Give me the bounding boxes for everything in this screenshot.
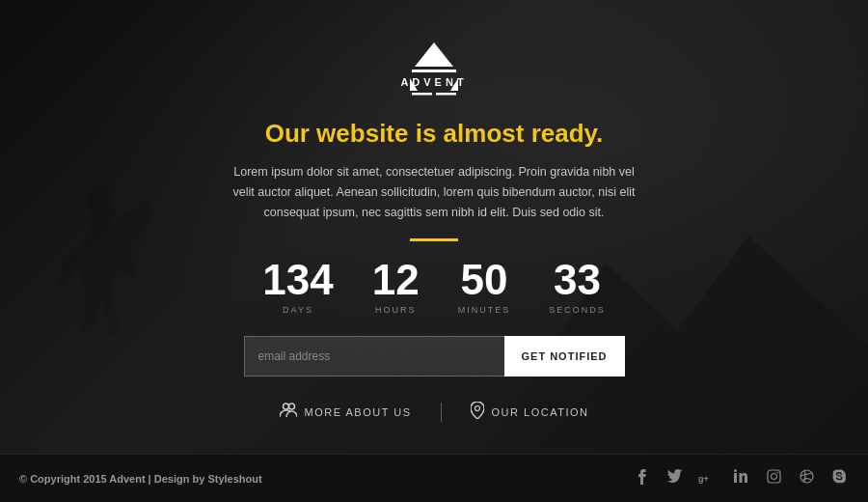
location-label: OUR LOCATION: [492, 406, 589, 418]
svg-rect-10: [734, 473, 737, 483]
email-input[interactable]: [244, 336, 504, 376]
footer: © Copyright 2015 Advent | Design by Styl…: [0, 454, 868, 502]
hours-label: HOURS: [375, 305, 417, 315]
email-form: GET NOTIFIED: [244, 336, 625, 376]
svg-point-8: [288, 404, 294, 409]
logo-svg: ADVENT: [400, 38, 468, 105]
days-number: 134: [262, 259, 333, 301]
description: Lorem ipsum dolor sit amet, consectetuer…: [227, 162, 641, 224]
svg-point-13: [771, 474, 776, 480]
about-us-label: MORE ABOUT US: [305, 406, 412, 418]
main-heading: Our website is almost ready.: [265, 119, 604, 149]
svg-point-7: [283, 404, 288, 409]
svg-rect-1: [412, 70, 456, 72]
countdown-hours: 12 HOURS: [372, 259, 420, 315]
footer-copyright: © Copyright 2015 Advent | Design by Styl…: [19, 473, 262, 485]
countdown-days: 134 DAYS: [262, 259, 333, 315]
notify-button[interactable]: GET NOTIFIED: [504, 336, 625, 376]
countdown-minutes: 50 MINUTES: [458, 259, 511, 315]
countdown: 134 DAYS 12 HOURS 50 MINUTES 33 SECONDS: [262, 259, 605, 315]
about-icon: [280, 403, 297, 421]
facebook-icon[interactable]: [633, 469, 652, 488]
svg-point-11: [734, 469, 737, 472]
links-row: MORE ABOUT US OUR LOCATION: [251, 398, 618, 426]
footer-social: g+: [633, 469, 849, 488]
main-wrapper: ADVENT Our website is almost ready. Lore…: [0, 0, 868, 454]
seconds-number: 33: [554, 259, 601, 301]
svg-point-14: [776, 472, 778, 474]
logo-container: ADVENT: [400, 38, 468, 105]
content: ADVENT Our website is almost ready. Lore…: [0, 18, 868, 436]
designer-name: Styleshout: [207, 473, 261, 485]
logo-symbol: ADVENT: [400, 38, 468, 105]
about-us-link[interactable]: MORE ABOUT US: [251, 399, 441, 425]
svg-point-9: [475, 406, 479, 411]
yellow-divider: [410, 238, 458, 241]
svg-point-15: [800, 470, 813, 483]
dribbble-icon[interactable]: [797, 469, 816, 488]
svg-marker-0: [415, 42, 453, 67]
google-plus-icon[interactable]: g+: [698, 469, 718, 488]
svg-rect-5: [412, 93, 432, 96]
instagram-icon[interactable]: [764, 469, 783, 488]
minutes-number: 50: [460, 259, 507, 301]
linkedin-icon[interactable]: [731, 469, 750, 488]
location-link[interactable]: OUR LOCATION: [442, 398, 618, 426]
countdown-seconds: 33 SECONDS: [549, 259, 606, 315]
twitter-icon[interactable]: [665, 469, 685, 488]
svg-rect-6: [436, 93, 456, 96]
minutes-label: MINUTES: [458, 305, 511, 315]
hours-number: 12: [372, 259, 420, 301]
seconds-label: SECONDS: [549, 305, 606, 315]
skype-icon[interactable]: [829, 469, 849, 488]
location-icon: [471, 402, 484, 422]
days-label: DAYS: [283, 305, 313, 315]
copyright-text: © Copyright 2015 Advent | Design by: [19, 473, 207, 485]
